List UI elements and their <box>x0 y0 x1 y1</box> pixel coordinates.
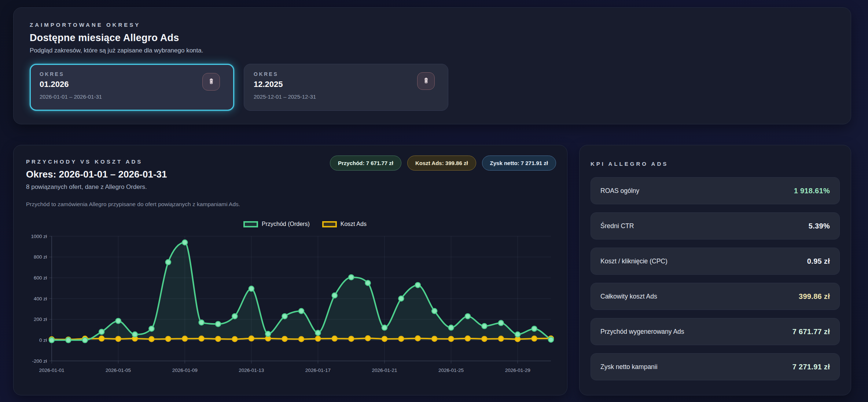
period-card-range: 2025-12-01 – 2025-12-31 <box>254 94 438 100</box>
kpi-label: Zysk netto kampanii <box>600 363 658 371</box>
svg-text:2026-01-25: 2026-01-25 <box>438 368 464 373</box>
trash-icon <box>422 77 430 85</box>
kpi-row-total-cost: Całkowity koszt Ads 399.86 zł <box>591 283 840 310</box>
kpi-label: Przychód wygenerowany Ads <box>600 328 684 336</box>
allegro-ads-dashboard: ZAIMPORTOWANE OKRESY Dostępne miesiące A… <box>0 0 868 402</box>
kpi-row-revenue: Przychód wygenerowany Ads 7 671.77 zł <box>591 318 840 345</box>
period-card-label: OKRES <box>254 71 438 77</box>
svg-text:1000 zł: 1000 zł <box>31 234 47 239</box>
kpi-row-net-profit: Zysk netto kampanii 7 271.91 zł <box>591 353 840 380</box>
period-card-range: 2026-01-01 – 2026-01-31 <box>40 94 224 100</box>
chart-panel-subtitle: 8 powiązanych ofert, dane z Allegro Orde… <box>26 183 555 191</box>
kpi-row-cpc: Koszt / kliknięcie (CPC) 0.95 zł <box>591 248 840 275</box>
svg-text:0 zł: 0 zł <box>39 337 47 343</box>
period-card-month: 01.2026 <box>40 80 224 89</box>
svg-text:2026-01-01: 2026-01-01 <box>39 368 64 373</box>
kpi-value: 7 271.91 zł <box>792 363 830 371</box>
period-cards: OKRES 01.2026 2026-01-01 – 2026-01-31 OK… <box>30 64 835 111</box>
legend-label: Koszt Ads <box>341 221 367 227</box>
kpi-label: Koszt / kliknięcie (CPC) <box>600 257 667 265</box>
legend-label: Przychód (Orders) <box>262 221 310 227</box>
kpi-value: 7 671.77 zł <box>792 328 830 336</box>
kpi-rows: ROAS ogólny 1 918.61% Średni CTR 5.39% K… <box>591 177 840 380</box>
ads-cost-badge: Koszt Ads: 399.86 zł <box>407 156 476 171</box>
period-card-12-2025[interactable]: OKRES 12.2025 2025-12-01 – 2025-12-31 <box>244 64 448 111</box>
kpi-value: 0.95 zł <box>807 257 830 266</box>
revenue-vs-cost-line-chart: -200 zł0 zł200 zł400 zł600 zł800 zł1000 … <box>22 230 558 381</box>
kpi-panel-eyebrow: KPI ALLEGRO ADS <box>591 161 840 167</box>
summary-badges: Przychód: 7 671.77 zł Koszt Ads: 399.86 … <box>330 156 556 171</box>
net-profit-badge: Zysk netto: 7 271.91 zł <box>482 156 556 171</box>
svg-text:600 zł: 600 zł <box>34 275 47 281</box>
kpi-label: Średni CTR <box>600 222 634 230</box>
period-card-month: 12.2025 <box>254 80 438 89</box>
svg-text:200 zł: 200 zł <box>34 317 47 322</box>
delete-period-button[interactable] <box>417 72 435 90</box>
svg-text:2026-01-17: 2026-01-17 <box>305 368 331 373</box>
svg-text:2026-01-13: 2026-01-13 <box>239 368 264 373</box>
svg-text:2026-01-21: 2026-01-21 <box>372 368 397 373</box>
period-card-label: OKRES <box>40 71 224 77</box>
legend-item-ads-cost[interactable]: Koszt Ads <box>319 221 370 227</box>
kpi-panel: KPI ALLEGRO ADS ROAS ogólny 1 918.61% Śr… <box>579 145 851 395</box>
kpi-row-roas: ROAS ogólny 1 918.61% <box>591 177 840 204</box>
chart-panel-note: Przychód to zamówienia Allegro przypisan… <box>26 201 555 208</box>
kpi-value: 5.39% <box>809 222 830 230</box>
revenue-vs-cost-panel: PRZYCHODY VS KOSZT ADS Okres: 2026-01-01… <box>13 145 567 395</box>
kpi-value: 1 918.61% <box>794 187 830 195</box>
legend-item-revenue[interactable]: Przychód (Orders) <box>240 221 313 227</box>
svg-text:2026-01-09: 2026-01-09 <box>172 368 198 373</box>
revenue-series-swatch <box>243 221 258 227</box>
imported-periods-panel: ZAIMPORTOWANE OKRESY Dostępne miesiące A… <box>13 7 851 124</box>
kpi-value: 399.86 zł <box>799 292 830 301</box>
delete-period-button[interactable] <box>202 73 220 91</box>
kpi-label: ROAS ogólny <box>600 187 639 195</box>
svg-text:400 zł: 400 zł <box>34 296 47 302</box>
svg-text:2026-01-29: 2026-01-29 <box>505 368 530 373</box>
svg-text:800 zł: 800 zł <box>34 254 47 260</box>
kpi-row-ctr: Średni CTR 5.39% <box>591 212 840 240</box>
svg-text:2026-01-05: 2026-01-05 <box>106 368 131 373</box>
trash-icon <box>207 77 215 86</box>
svg-text:-200 zł: -200 zł <box>32 358 47 364</box>
imported-periods-subtitle: Podgląd zakresów, które są już zapisane … <box>30 47 835 54</box>
period-card-01-2026[interactable]: OKRES 01.2026 2026-01-01 – 2026-01-31 <box>30 64 234 111</box>
imported-periods-title: Dostępne miesiące Allegro Ads <box>30 32 835 44</box>
chart-legend: Przychód (Orders) Koszt Ads <box>54 221 556 227</box>
ads-cost-series-swatch <box>322 221 337 227</box>
imported-periods-eyebrow: ZAIMPORTOWANE OKRESY <box>30 22 835 28</box>
kpi-label: Całkowity koszt Ads <box>600 293 657 300</box>
revenue-badge: Przychód: 7 671.77 zł <box>330 156 401 171</box>
